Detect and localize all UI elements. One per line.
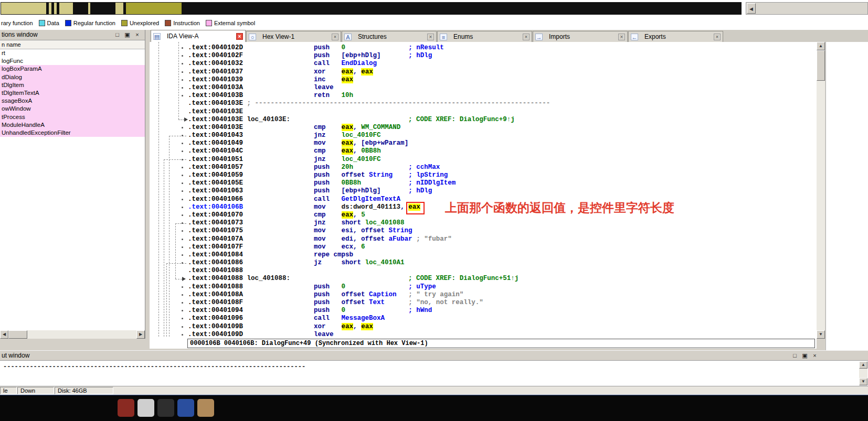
disassembly-line[interactable]: .text:00401059 push offset String ; lpSt… (150, 171, 817, 179)
disassembly-line[interactable]: .text:00401073 jnz short loc_401088 (150, 219, 817, 227)
scroll-left-button[interactable]: ◀ (0, 330, 8, 339)
functions-horizontal-scrollbar[interactable]: ◀ ▶ (0, 330, 145, 339)
disassembly-line[interactable]: .text:00401043 jnz loc_4010FC (150, 132, 817, 139)
code-segment (243, 100, 247, 107)
disassembly-line[interactable]: .text:0040109B xor eax, eax (150, 323, 817, 331)
scrollbar-thumb[interactable] (817, 50, 825, 81)
code-segment: call (314, 60, 330, 67)
restore-icon[interactable]: □ (790, 352, 799, 360)
tab-hex-view-1[interactable]: ○Hex View-1× (246, 31, 341, 42)
output-window-titlebar[interactable]: ut window □ ▣ × (0, 350, 868, 361)
tab-enums[interactable]: ≡Enums× (437, 31, 532, 42)
code-segment: .text:00401088 (188, 267, 243, 274)
tab-label: Exports (644, 33, 666, 40)
disassembly-line[interactable]: .text:0040103A leave (150, 84, 817, 92)
taskbar[interactable] (0, 395, 868, 421)
disassembly-line[interactable]: .text:00401032 call EndDialog (150, 60, 817, 68)
disassembly-line[interactable]: .text:00401075 mov esi, offset String (150, 227, 817, 235)
disassembly-line[interactable]: .text:00401088 (150, 267, 817, 275)
taskbar-app-2[interactable] (137, 399, 154, 417)
disassembly-line[interactable]: .text:0040103B retn 10h (150, 92, 817, 100)
disassembly-line[interactable]: .text:0040109D leave (150, 331, 817, 339)
output-log[interactable]: ----------------------------------------… (0, 361, 868, 386)
disassembly-line[interactable]: .text:00401086 jz short loc_4010A1 (150, 259, 817, 267)
scroll-up-button[interactable]: ▲ (859, 361, 867, 369)
navband-scroll-left-button[interactable]: ◀ (747, 3, 756, 14)
function-list-item[interactable]: logFunc (0, 57, 145, 65)
float-icon[interactable]: ▣ (123, 31, 132, 39)
function-list-item[interactable]: tDlgItem (0, 81, 145, 89)
code-segment (326, 219, 342, 226)
disassembly-line[interactable]: .text:0040107A mov edi, offset aFubar ; … (150, 235, 817, 243)
tab-structures[interactable]: AStructures× (342, 31, 437, 42)
function-list-item[interactable]: ssageBoxA (0, 97, 145, 105)
disassembly-line[interactable]: .text:00401051 jnz loc_4010FC (150, 156, 817, 164)
tab-close-button[interactable]: × (332, 34, 338, 40)
function-name-column-header[interactable]: n name (0, 40, 145, 49)
navigation-band[interactable] (1, 2, 742, 15)
flow-dot-icon (182, 214, 183, 216)
code-segment (326, 227, 342, 234)
function-list-item[interactable]: tDlgItemTextA (0, 89, 145, 97)
code-segment (397, 291, 409, 298)
disassembly-line[interactable]: .text:0040108A push offset Caption ; " t… (150, 291, 817, 299)
disassembly-line[interactable]: .text:00401096 call MessageBoxA (150, 315, 817, 322)
disassembly-line[interactable]: .text:0040107F mov ecx, 6 (150, 243, 817, 251)
disassembly-line[interactable]: .text:00401057 push 20h ; cchMax (150, 164, 817, 171)
disassembly-line[interactable]: .text:0040103E loc_40103E: ; CODE XREF: … (150, 116, 817, 124)
float-icon[interactable]: ▣ (800, 352, 809, 360)
tab-close-button[interactable]: × (714, 34, 721, 40)
tab-exports[interactable]: ←Exports× (628, 31, 723, 42)
function-list-item[interactable]: logBoxParamA (0, 65, 145, 73)
disassembly-line[interactable]: .text:0040103E (150, 108, 817, 116)
disassembly-line[interactable]: .text:00401094 push 0 ; hWnd (150, 307, 817, 315)
function-list-item[interactable]: ModuleHandleA (0, 121, 145, 129)
disassembly-line[interactable]: .text:0040108F push offset Text ; "no, n… (150, 299, 817, 307)
tab-close-button[interactable]: × (618, 34, 625, 40)
taskbar-app-5[interactable] (197, 399, 214, 417)
disassembly-line[interactable]: .text:0040102D push 0 ; nResult (150, 44, 817, 52)
disassembly-line[interactable]: .text:00401037 xor eax, eax (150, 68, 817, 76)
scroll-down-button[interactable]: ▼ (859, 378, 867, 385)
ida-view-a-pane[interactable]: .text:0040102D push 0 ; nResult.text:004… (150, 42, 817, 339)
close-icon[interactable]: × (133, 31, 142, 39)
disassembly-line[interactable]: .text:00401088 push 0 ; uType (150, 283, 817, 291)
disassembly-line[interactable]: .text:0040103E ; -----------------------… (150, 100, 817, 107)
disassembly-line[interactable]: .text:00401084 repe cmpsb (150, 251, 817, 259)
tab-close-button[interactable]: × (523, 34, 530, 40)
function-list-item[interactable]: UnhandledExceptionFilter (0, 129, 145, 137)
scroll-down-button[interactable]: ▼ (817, 330, 825, 339)
restore-icon[interactable]: □ (113, 31, 122, 39)
disassembly-scrollbar[interactable]: ▲ ▼ (817, 42, 825, 339)
taskbar-app-4[interactable] (177, 399, 194, 417)
close-icon[interactable]: × (810, 352, 819, 360)
taskbar-app-1[interactable] (118, 399, 134, 417)
function-list-item[interactable]: rt (0, 49, 145, 57)
functions-window-titlebar[interactable]: tions window □ ▣ × (0, 30, 145, 40)
disassembly-line[interactable]: .text:00401049 mov eax, [ebp+wParam] (150, 139, 817, 147)
disassembly-line[interactable]: .text:00401088 loc_401088: ; CODE XREF: … (150, 275, 817, 283)
navband-scrollbar[interactable]: ◀ (746, 2, 868, 15)
disassembly-line[interactable]: .text:00401039 inc eax (150, 76, 817, 84)
taskbar-app-3[interactable] (157, 399, 174, 417)
function-list-item[interactable]: tProcess (0, 113, 145, 121)
disassembly-line[interactable]: .text:0040103E cmp eax, WM_COMMAND (150, 124, 817, 132)
output-scrollbar[interactable]: ▲ ▼ (859, 361, 867, 385)
disassembly-line[interactable]: .text:00401063 push [ebp+hDlg] ; hDlg (150, 187, 817, 195)
disassembly-line[interactable]: .text:0040104C cmp eax, 0BB8h (150, 147, 817, 155)
scrollbar-thumb[interactable] (8, 330, 27, 339)
panel-splitter[interactable] (146, 30, 150, 339)
flow-dot-icon (182, 230, 183, 232)
function-list-item[interactable]: owWindow (0, 105, 145, 113)
disassembly-line[interactable]: .text:0040105E push 0BB8h ; nIDDlgItem (150, 179, 817, 187)
tab-ida-view-a[interactable]: ▤IDA View-A× (151, 30, 246, 42)
code-segment (243, 92, 314, 99)
disassembly-line[interactable]: .text:0040102F push [ebp+hDlg] ; hDlg (150, 52, 817, 60)
scroll-right-button[interactable]: ▶ (136, 330, 145, 339)
tab-imports[interactable]: →Imports× (533, 31, 628, 42)
legend-item: Data (39, 20, 59, 26)
tab-close-button[interactable]: × (427, 34, 434, 40)
function-list-item[interactable]: dDialog (0, 73, 145, 81)
tab-close-button[interactable]: × (236, 33, 243, 40)
scroll-up-button[interactable]: ▲ (817, 42, 825, 50)
